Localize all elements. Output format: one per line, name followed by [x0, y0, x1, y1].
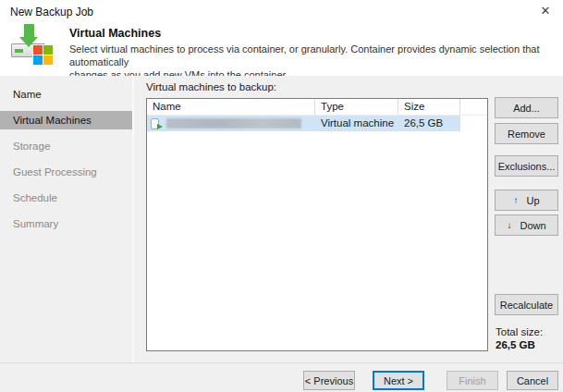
wizard-body: Name Virtual Machines Storage Guest Proc…: [0, 76, 563, 362]
window-title: New Backup Job: [10, 6, 93, 18]
exclusions-button[interactable]: Exclusions...: [495, 155, 558, 177]
vm-type-cell: Virtual machine: [315, 116, 398, 131]
previous-button[interactable]: < Previous: [303, 371, 355, 390]
titlebar: New Backup Job ✕: [0, 0, 563, 22]
up-button-label: Up: [526, 195, 539, 206]
vm-name-cell: [147, 118, 315, 129]
column-header-name[interactable]: Name: [147, 99, 315, 115]
wizard-header: Virtual Machines Select virtual machines…: [0, 22, 563, 76]
total-size-label: Total size:: [496, 326, 543, 337]
down-arrow-icon: ↓: [507, 220, 511, 230]
sidebar-item-virtual-machines[interactable]: Virtual Machines: [0, 111, 132, 129]
windows-logo-icon: [32, 44, 54, 66]
sidebar-item-schedule[interactable]: Schedule: [0, 185, 132, 211]
column-header-empty: [460, 99, 487, 115]
vm-icon: [151, 118, 159, 129]
green-arrow-icon: [24, 24, 34, 37]
up-arrow-icon: ↑: [513, 195, 518, 205]
wizard-steps-sidebar: Name Virtual Machines Storage Guest Proc…: [0, 76, 134, 362]
up-button[interactable]: ↑ Up: [495, 190, 558, 211]
cancel-button[interactable]: Cancel: [507, 371, 558, 390]
vm-table-row[interactable]: Virtual machine 26,5 GB: [147, 116, 460, 131]
column-header-size[interactable]: Size: [398, 99, 460, 115]
add-button[interactable]: Add...: [495, 97, 558, 118]
vm-name-redacted: [166, 118, 301, 129]
step-description-line1: Select virtual machines to process via c…: [69, 43, 540, 67]
close-icon[interactable]: ✕: [538, 4, 553, 18]
wizard-footer: < Previous Next > Finish Cancel: [0, 362, 563, 392]
table-header: Name Type Size: [147, 99, 487, 116]
down-button[interactable]: ↓ Down: [495, 214, 558, 236]
remove-button[interactable]: Remove: [495, 123, 558, 144]
recalculate-button[interactable]: Recalculate: [495, 294, 558, 315]
new-backup-job-dialog: New Backup Job ✕ Virtual Machines Select…: [0, 0, 563, 392]
vm-size-cell: 26,5 GB: [398, 116, 460, 131]
sidebar-item-storage[interactable]: Storage: [0, 133, 132, 159]
list-label: Virtual machines to backup:: [146, 81, 276, 92]
down-button-label: Down: [520, 220, 545, 231]
finish-button: Finish: [447, 371, 498, 390]
next-button[interactable]: Next >: [373, 371, 424, 390]
sidebar-item-name[interactable]: Name: [0, 81, 132, 107]
column-header-type[interactable]: Type: [315, 99, 398, 115]
vm-table[interactable]: Name Type Size Virtual machine 26,5 GB: [146, 98, 488, 351]
total-size-value: 26,5 GB: [496, 339, 535, 350]
step-title: Virtual Machines: [69, 27, 161, 40]
sidebar-item-guest-processing[interactable]: Guest Processing: [0, 159, 132, 185]
backup-job-icon: [11, 24, 55, 67]
sidebar-item-summary[interactable]: Summary: [0, 211, 132, 237]
tape-dash-shape: [15, 49, 23, 53]
